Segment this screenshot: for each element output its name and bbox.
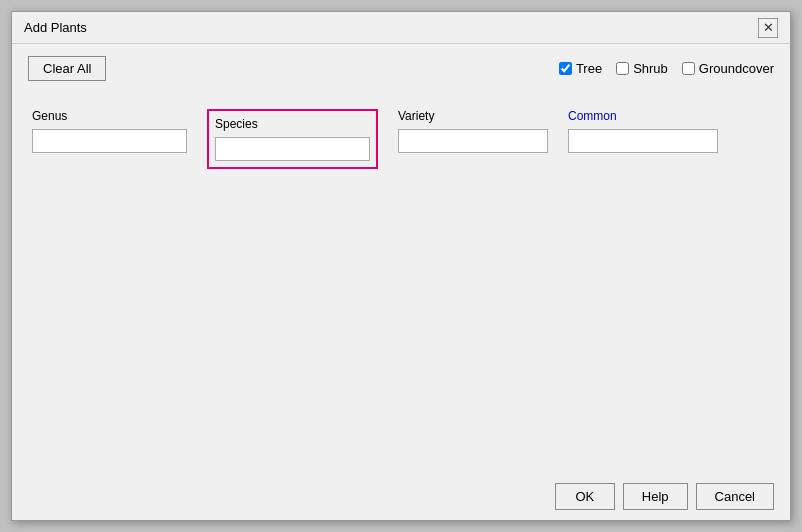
tree-checkbox-item[interactable]: Tree <box>559 61 602 76</box>
common-input[interactable] <box>568 129 718 153</box>
species-input[interactable] <box>215 137 370 161</box>
clear-all-button[interactable]: Clear All <box>28 56 106 81</box>
close-button[interactable]: ✕ <box>758 18 778 38</box>
species-label: Species <box>215 117 370 131</box>
variety-input[interactable] <box>398 129 548 153</box>
species-highlight-wrapper: Species <box>207 109 378 169</box>
help-button[interactable]: Help <box>623 483 688 510</box>
genus-field-group: Genus <box>32 109 187 153</box>
form-area: Genus Species Variety Common <box>12 93 790 185</box>
genus-label: Genus <box>32 109 187 123</box>
species-field-group: Species <box>215 117 370 161</box>
variety-label: Variety <box>398 109 548 123</box>
groundcover-checkbox[interactable] <box>682 62 695 75</box>
groundcover-checkbox-item[interactable]: Groundcover <box>682 61 774 76</box>
add-plants-dialog: Add Plants ✕ Clear All Tree Shrub Ground… <box>11 11 791 521</box>
dialog-title: Add Plants <box>24 20 87 35</box>
common-field-group: Common <box>568 109 718 153</box>
genus-input[interactable] <box>32 129 187 153</box>
ok-button[interactable]: OK <box>555 483 615 510</box>
shrub-label: Shrub <box>633 61 668 76</box>
toolbar: Clear All Tree Shrub Groundcover <box>12 44 790 93</box>
bottom-bar: OK Help Cancel <box>12 473 790 520</box>
shrub-checkbox[interactable] <box>616 62 629 75</box>
groundcover-label: Groundcover <box>699 61 774 76</box>
tree-label: Tree <box>576 61 602 76</box>
shrub-checkbox-item[interactable]: Shrub <box>616 61 668 76</box>
tree-checkbox[interactable] <box>559 62 572 75</box>
checkbox-group: Tree Shrub Groundcover <box>559 61 774 76</box>
variety-field-group: Variety <box>398 109 548 153</box>
common-label: Common <box>568 109 718 123</box>
content-area <box>12 185 790 473</box>
cancel-button[interactable]: Cancel <box>696 483 774 510</box>
title-bar: Add Plants ✕ <box>12 12 790 44</box>
close-icon: ✕ <box>763 20 774 35</box>
